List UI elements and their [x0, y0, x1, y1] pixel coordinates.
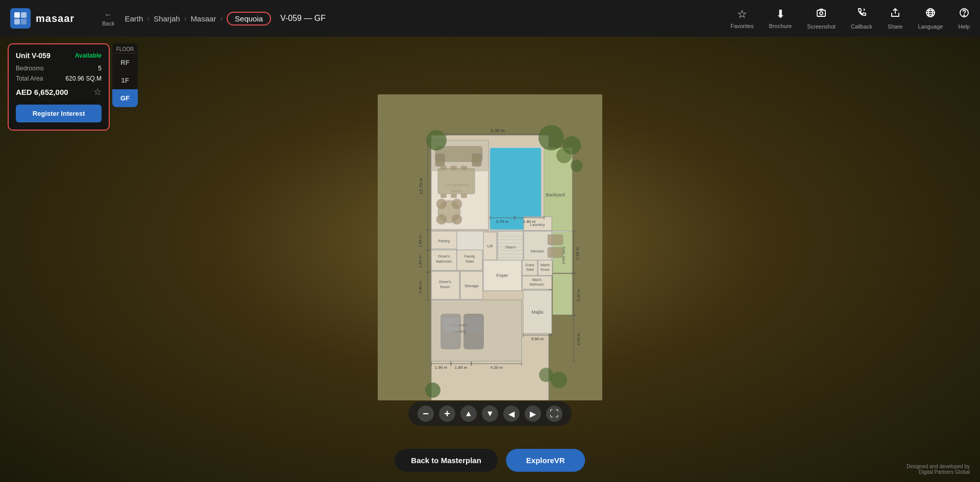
callback-label: Callback	[851, 23, 872, 30]
svg-rect-146	[461, 194, 467, 198]
logo-area: masaar	[10, 8, 92, 29]
svg-text:5.60 m: 5.60 m	[531, 337, 544, 341]
unit-bedrooms-row: Bedrooms 5	[16, 65, 102, 72]
brochure-action[interactable]: ⬇ Brochure	[769, 8, 792, 29]
svg-point-149	[426, 130, 447, 150]
floor-selector: FLOOR RF 1F GF	[112, 43, 138, 107]
breadcrumb-masaar[interactable]: Masaar	[190, 14, 216, 23]
register-interest-button[interactable]: Register Interest	[16, 105, 102, 122]
svg-text:Toilet: Toilet	[465, 260, 474, 263]
floor-rf-button[interactable]: RF	[112, 54, 138, 71]
svg-rect-73	[465, 318, 482, 332]
floorplan-image[interactable]: Backyard Stairs Lift Pantry	[378, 94, 602, 400]
back-to-masterplan-button[interactable]: Back to Masterplan	[395, 449, 498, 472]
area-label: Total Area	[16, 75, 43, 82]
svg-point-153	[571, 160, 583, 172]
svg-text:Storage: Storage	[464, 284, 479, 288]
unit-id: Unit V-059	[16, 52, 51, 60]
unit-price: AED 6,652,000	[16, 88, 68, 96]
svg-rect-2	[14, 19, 20, 24]
screenshot-label: Screenshot	[807, 23, 836, 30]
svg-text:Foyer: Foyer	[496, 273, 508, 278]
svg-text:Bathroom: Bathroom	[530, 283, 544, 286]
back-label: Back	[102, 20, 114, 27]
floorplan-wrapper: Backyard Stairs Lift Pantry	[378, 94, 602, 400]
svg-rect-138	[435, 154, 445, 166]
svg-point-135	[436, 214, 447, 224]
svg-point-150	[538, 125, 564, 150]
callback-icon	[856, 7, 867, 21]
svg-rect-0	[14, 12, 20, 18]
svg-point-5	[820, 12, 823, 15]
svg-text:Pantry: Pantry	[438, 239, 450, 243]
back-button[interactable]: ← Back	[102, 10, 114, 27]
explore-vr-button[interactable]: ExploreVR	[506, 449, 585, 472]
svg-point-136	[452, 214, 462, 224]
callback-action[interactable]: Callback	[851, 7, 872, 30]
breadcrumb: Earth › Sharjah › Masaar › Sequoia V-059…	[125, 12, 730, 26]
svg-text:Driver's: Driver's	[438, 255, 450, 258]
favorites-action[interactable]: ☆ Favorites	[730, 8, 753, 29]
screenshot-action[interactable]: Screenshot	[807, 7, 836, 30]
svg-text:Toilet: Toilet	[526, 268, 533, 271]
svg-text:2.80 m: 2.80 m	[418, 281, 423, 293]
unit-area-row: Total Area 620.96 SQ.M	[16, 75, 102, 82]
favorites-icon: ☆	[737, 8, 747, 21]
svg-point-133	[436, 199, 447, 209]
svg-point-152	[556, 148, 572, 163]
svg-point-156	[551, 372, 567, 388]
svg-rect-66	[553, 274, 572, 315]
unit-price-row: AED 6,652,000 ☆	[16, 86, 102, 97]
svg-text:1.55 m: 1.55 m	[418, 255, 423, 268]
help-icon	[959, 7, 970, 21]
help-action[interactable]: Help	[958, 7, 970, 30]
zoom-in-button[interactable]: +	[439, 405, 455, 422]
language-label: Language	[918, 23, 943, 30]
svg-point-154	[425, 383, 440, 398]
svg-rect-141	[440, 166, 447, 170]
breadcrumb-sharjah[interactable]: Sharjah	[154, 14, 180, 23]
svg-text:1.90 m: 1.90 m	[435, 365, 448, 370]
svg-point-12	[964, 15, 965, 16]
breadcrumb-sequoia[interactable]: Sequoia	[227, 12, 271, 26]
unit-status: Available	[75, 52, 102, 59]
pan-left-button[interactable]: ◀	[503, 405, 520, 422]
share-icon	[890, 7, 901, 21]
svg-text:5.30 m: 5.30 m	[491, 128, 505, 133]
svg-text:3.20 m: 3.20 m	[576, 289, 581, 301]
logo-text: masaar	[36, 13, 75, 24]
breadcrumb-sep-2: ›	[184, 14, 187, 22]
svg-text:Room: Room	[440, 285, 450, 289]
map-controls: − + ▲ ▼ ◀ ▶ ⛶	[408, 401, 572, 426]
svg-text:Bathroom: Bathroom	[436, 260, 452, 263]
pan-down-button[interactable]: ▼	[482, 405, 498, 422]
floor-header-label: FLOOR	[112, 43, 138, 54]
floor-1f-button[interactable]: 1F	[112, 71, 138, 89]
svg-text:Maid's: Maid's	[532, 278, 542, 282]
svg-rect-147	[548, 235, 563, 245]
share-action[interactable]: Share	[888, 7, 902, 30]
svg-text:1.95 m: 1.95 m	[418, 235, 423, 247]
svg-rect-4	[817, 10, 825, 16]
svg-rect-144	[440, 194, 447, 198]
favorite-star-icon[interactable]: ☆	[93, 86, 102, 97]
svg-rect-139	[472, 154, 481, 166]
svg-rect-148	[548, 247, 563, 258]
svg-rect-140	[438, 168, 475, 194]
svg-text:Stairs: Stairs	[505, 245, 516, 249]
pan-right-button[interactable]: ▶	[525, 405, 541, 422]
unit-header: Unit V-059 Available	[16, 52, 102, 60]
floor-gf-button[interactable]: GF	[112, 89, 138, 107]
svg-rect-1	[21, 12, 27, 18]
pan-up-button[interactable]: ▲	[460, 405, 477, 422]
fullscreen-button[interactable]: ⛶	[546, 405, 562, 422]
svg-rect-145	[451, 194, 457, 198]
help-label: Help	[958, 23, 970, 30]
breadcrumb-earth[interactable]: Earth	[125, 14, 143, 23]
svg-rect-142	[451, 166, 457, 170]
area-value: 620.96 SQ.M	[65, 75, 102, 82]
svg-text:Kitchen: Kitchen	[531, 249, 545, 253]
share-label: Share	[888, 23, 902, 30]
language-action[interactable]: Language	[918, 7, 943, 30]
zoom-out-button[interactable]: −	[418, 405, 434, 422]
